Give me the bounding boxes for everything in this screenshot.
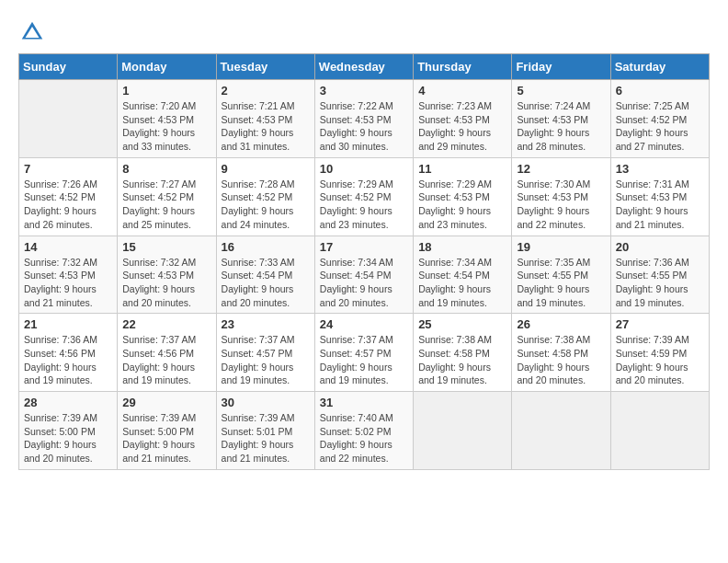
- day-number: 21: [24, 317, 112, 331]
- day-info: Sunrise: 7:30 AM Sunset: 4:53 PM Dayligh…: [517, 178, 605, 232]
- day-info: Sunrise: 7:39 AM Sunset: 5:00 PM Dayligh…: [24, 411, 112, 465]
- day-number: 3: [320, 84, 408, 98]
- day-number: 1: [122, 84, 210, 98]
- calendar-cell: 4Sunrise: 7:23 AM Sunset: 4:53 PM Daylig…: [414, 80, 512, 158]
- day-number: 22: [122, 317, 210, 331]
- calendar-cell: [414, 392, 512, 470]
- calendar-cell: 16Sunrise: 7:33 AM Sunset: 4:54 PM Dayli…: [216, 236, 314, 314]
- calendar-cell: 25Sunrise: 7:38 AM Sunset: 4:58 PM Dayli…: [414, 314, 512, 392]
- calendar-cell: 31Sunrise: 7:40 AM Sunset: 5:02 PM Dayli…: [314, 392, 413, 470]
- day-number: 9: [222, 162, 310, 176]
- day-info: Sunrise: 7:32 AM Sunset: 4:53 PM Dayligh…: [122, 256, 210, 310]
- calendar-cell: 9Sunrise: 7:28 AM Sunset: 4:52 PM Daylig…: [216, 157, 314, 236]
- calendar-cell: [610, 392, 709, 470]
- logo-icon: [18, 18, 46, 46]
- calendar-cell: 18Sunrise: 7:34 AM Sunset: 4:54 PM Dayli…: [414, 236, 512, 314]
- calendar-week-row: 1Sunrise: 7:20 AM Sunset: 4:53 PM Daylig…: [19, 80, 710, 158]
- page-header: [18, 18, 710, 46]
- day-info: Sunrise: 7:38 AM Sunset: 4:58 PM Dayligh…: [418, 333, 506, 387]
- day-info: Sunrise: 7:32 AM Sunset: 4:53 PM Dayligh…: [24, 256, 112, 310]
- day-info: Sunrise: 7:40 AM Sunset: 5:02 PM Dayligh…: [320, 411, 408, 465]
- day-info: Sunrise: 7:38 AM Sunset: 4:58 PM Dayligh…: [517, 333, 605, 387]
- day-info: Sunrise: 7:20 AM Sunset: 4:53 PM Dayligh…: [122, 99, 210, 154]
- day-number: 11: [418, 162, 506, 176]
- calendar-cell: 23Sunrise: 7:37 AM Sunset: 4:57 PM Dayli…: [216, 314, 314, 392]
- day-info: Sunrise: 7:28 AM Sunset: 4:52 PM Dayligh…: [222, 178, 310, 232]
- day-number: 15: [122, 240, 210, 254]
- day-info: Sunrise: 7:35 AM Sunset: 4:55 PM Dayligh…: [517, 256, 605, 310]
- calendar-cell: [512, 392, 610, 470]
- day-number: 4: [418, 84, 506, 98]
- calendar-cell: 7Sunrise: 7:26 AM Sunset: 4:52 PM Daylig…: [19, 157, 118, 236]
- day-header-tuesday: Tuesday: [216, 54, 314, 80]
- day-number: 12: [517, 162, 605, 176]
- calendar-week-row: 28Sunrise: 7:39 AM Sunset: 5:00 PM Dayli…: [19, 392, 710, 470]
- calendar-cell: 8Sunrise: 7:27 AM Sunset: 4:52 PM Daylig…: [118, 157, 216, 236]
- day-info: Sunrise: 7:36 AM Sunset: 4:55 PM Dayligh…: [616, 256, 704, 310]
- day-number: 20: [616, 240, 704, 254]
- day-number: 5: [517, 84, 605, 98]
- calendar-cell: 28Sunrise: 7:39 AM Sunset: 5:00 PM Dayli…: [19, 392, 118, 470]
- day-info: Sunrise: 7:34 AM Sunset: 4:54 PM Dayligh…: [320, 256, 408, 310]
- calendar-cell: 24Sunrise: 7:37 AM Sunset: 4:57 PM Dayli…: [314, 314, 413, 392]
- calendar-week-row: 21Sunrise: 7:36 AM Sunset: 4:56 PM Dayli…: [19, 314, 710, 392]
- days-header-row: SundayMondayTuesdayWednesdayThursdayFrid…: [19, 54, 710, 80]
- calendar-cell: 11Sunrise: 7:29 AM Sunset: 4:53 PM Dayli…: [414, 157, 512, 236]
- calendar-cell: 3Sunrise: 7:22 AM Sunset: 4:53 PM Daylig…: [314, 80, 413, 158]
- calendar-cell: [19, 80, 118, 158]
- calendar-cell: 20Sunrise: 7:36 AM Sunset: 4:55 PM Dayli…: [610, 236, 709, 314]
- day-info: Sunrise: 7:39 AM Sunset: 5:00 PM Dayligh…: [122, 411, 210, 465]
- day-number: 26: [517, 317, 605, 331]
- day-number: 31: [320, 396, 408, 409]
- day-number: 27: [616, 317, 704, 331]
- day-info: Sunrise: 7:27 AM Sunset: 4:52 PM Dayligh…: [122, 178, 210, 232]
- day-info: Sunrise: 7:39 AM Sunset: 5:01 PM Dayligh…: [222, 411, 310, 465]
- calendar-table: SundayMondayTuesdayWednesdayThursdayFrid…: [18, 53, 710, 470]
- day-number: 18: [418, 240, 506, 254]
- day-number: 28: [24, 396, 112, 409]
- calendar-cell: 1Sunrise: 7:20 AM Sunset: 4:53 PM Daylig…: [118, 80, 216, 158]
- day-info: Sunrise: 7:29 AM Sunset: 4:52 PM Dayligh…: [320, 178, 408, 232]
- day-info: Sunrise: 7:37 AM Sunset: 4:57 PM Dayligh…: [222, 333, 310, 387]
- calendar-cell: 13Sunrise: 7:31 AM Sunset: 4:53 PM Dayli…: [610, 157, 709, 236]
- day-number: 23: [222, 317, 310, 331]
- calendar-cell: 29Sunrise: 7:39 AM Sunset: 5:00 PM Dayli…: [118, 392, 216, 470]
- calendar-cell: 30Sunrise: 7:39 AM Sunset: 5:01 PM Dayli…: [216, 392, 314, 470]
- day-info: Sunrise: 7:21 AM Sunset: 4:53 PM Dayligh…: [222, 99, 310, 154]
- day-info: Sunrise: 7:22 AM Sunset: 4:53 PM Dayligh…: [320, 99, 408, 154]
- day-number: 14: [24, 240, 112, 254]
- calendar-cell: 21Sunrise: 7:36 AM Sunset: 4:56 PM Dayli…: [19, 314, 118, 392]
- day-header-saturday: Saturday: [610, 54, 709, 80]
- calendar-cell: 22Sunrise: 7:37 AM Sunset: 4:56 PM Dayli…: [118, 314, 216, 392]
- calendar-week-row: 14Sunrise: 7:32 AM Sunset: 4:53 PM Dayli…: [19, 236, 710, 314]
- calendar-cell: 26Sunrise: 7:38 AM Sunset: 4:58 PM Dayli…: [512, 314, 610, 392]
- logo: [18, 18, 50, 46]
- calendar-cell: 10Sunrise: 7:29 AM Sunset: 4:52 PM Dayli…: [314, 157, 413, 236]
- day-info: Sunrise: 7:23 AM Sunset: 4:53 PM Dayligh…: [418, 99, 506, 154]
- day-header-monday: Monday: [118, 54, 216, 80]
- day-info: Sunrise: 7:37 AM Sunset: 4:57 PM Dayligh…: [320, 333, 408, 387]
- day-header-friday: Friday: [512, 54, 610, 80]
- calendar-cell: 19Sunrise: 7:35 AM Sunset: 4:55 PM Dayli…: [512, 236, 610, 314]
- day-info: Sunrise: 7:33 AM Sunset: 4:54 PM Dayligh…: [222, 256, 310, 310]
- day-number: 17: [320, 240, 408, 254]
- day-number: 2: [222, 84, 310, 98]
- day-number: 29: [122, 396, 210, 409]
- day-number: 30: [222, 396, 310, 409]
- day-info: Sunrise: 7:26 AM Sunset: 4:52 PM Dayligh…: [24, 178, 112, 232]
- day-number: 19: [517, 240, 605, 254]
- calendar-week-row: 7Sunrise: 7:26 AM Sunset: 4:52 PM Daylig…: [19, 157, 710, 236]
- day-info: Sunrise: 7:36 AM Sunset: 4:56 PM Dayligh…: [24, 333, 112, 387]
- day-number: 16: [222, 240, 310, 254]
- day-number: 6: [616, 84, 704, 98]
- day-number: 24: [320, 317, 408, 331]
- calendar-cell: 12Sunrise: 7:30 AM Sunset: 4:53 PM Dayli…: [512, 157, 610, 236]
- calendar-cell: 17Sunrise: 7:34 AM Sunset: 4:54 PM Dayli…: [314, 236, 413, 314]
- day-header-sunday: Sunday: [19, 54, 118, 80]
- day-number: 25: [418, 317, 506, 331]
- day-header-thursday: Thursday: [414, 54, 512, 80]
- calendar-cell: 2Sunrise: 7:21 AM Sunset: 4:53 PM Daylig…: [216, 80, 314, 158]
- day-info: Sunrise: 7:29 AM Sunset: 4:53 PM Dayligh…: [418, 178, 506, 232]
- day-info: Sunrise: 7:25 AM Sunset: 4:52 PM Dayligh…: [616, 99, 704, 154]
- day-info: Sunrise: 7:37 AM Sunset: 4:56 PM Dayligh…: [122, 333, 210, 387]
